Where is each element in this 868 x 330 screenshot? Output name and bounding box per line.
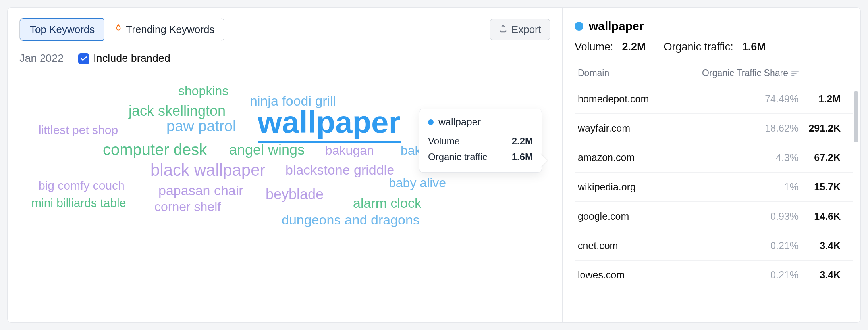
tooltip-row-value: 1.6M (512, 152, 533, 163)
cloud-word[interactable]: baby alive (389, 176, 446, 190)
table-row[interactable]: amazon.com4.3%67.2K (575, 143, 853, 173)
table-row[interactable]: cnet.com0.21%3.4K (575, 231, 853, 261)
cloud-word[interactable]: computer desk (103, 141, 207, 159)
table-row[interactable]: google.com0.93%14.6K (575, 202, 853, 231)
tooltip-title: wallpaper (438, 116, 481, 128)
tooltip-row-label: Organic traffic (428, 152, 487, 163)
cloud-word[interactable]: alarm clock (353, 196, 421, 211)
flame-icon (114, 23, 123, 36)
cell-domain: homedepot.com (575, 93, 682, 105)
cell-domain: amazon.com (575, 152, 682, 163)
dot-icon (428, 119, 434, 125)
divider (655, 40, 655, 54)
right-panel: wallpaper Volume: 2.2M Organic traffic: … (563, 8, 860, 322)
selected-keyword: wallpaper (575, 19, 853, 33)
metrics-row: Volume: 2.2M Organic traffic: 1.6M (575, 40, 853, 54)
table-row[interactable]: homedepot.com74.49%1.2M (575, 84, 853, 114)
table-body[interactable]: homedepot.com74.49%1.2Mwayfair.com18.62%… (575, 84, 853, 318)
table-row[interactable]: lowes.com0.21%3.4K (575, 261, 853, 290)
cloud-word[interactable]: corner shelf (154, 200, 221, 214)
date-label: Jan 2022 (19, 52, 64, 65)
cell-share: 0.21% (682, 240, 801, 251)
checkbox-checked-icon (78, 53, 89, 64)
cell-domain: cnet.com (575, 240, 682, 251)
tab-group: Top Keywords Trending Keywords (19, 18, 224, 41)
table-row[interactable]: wayfair.com18.62%291.2K (575, 114, 853, 143)
cell-value: 15.7K (801, 181, 853, 193)
organic-label: Organic traffic: (664, 41, 733, 53)
svg-rect-0 (791, 71, 799, 72)
svg-rect-1 (791, 73, 796, 74)
tooltip-title-row: wallpaper (428, 116, 533, 128)
tab-label: Top Keywords (30, 23, 95, 36)
volume-label: Volume: (575, 41, 613, 53)
dot-icon (575, 22, 583, 31)
export-label: Export (511, 23, 541, 36)
cell-value: 291.2K (801, 123, 853, 134)
cloud-word[interactable]: shopkins (178, 84, 228, 98)
cell-share: 74.49% (682, 93, 801, 105)
tooltip-row: Organic traffic1.6M (428, 149, 533, 165)
cloud-word[interactable]: littlest pet shop (39, 123, 118, 137)
selected-keyword-text: wallpaper (589, 19, 644, 33)
tooltip-row: Volume2.2M (428, 133, 533, 149)
include-branded-label: Include branded (93, 52, 170, 65)
cloud-word[interactable]: angel wings (229, 142, 305, 158)
cloud-word[interactable]: black wallpaper (150, 161, 266, 180)
cloud-word[interactable]: paw patrol (166, 118, 236, 135)
cloud-word[interactable]: jack skellington (129, 103, 226, 119)
volume-value: 2.2M (622, 41, 646, 53)
col-share-header[interactable]: Organic Traffic Share (682, 68, 801, 79)
include-branded-toggle[interactable]: Include branded (78, 52, 170, 65)
cloud-word[interactable]: mini billiards table (31, 196, 126, 210)
tooltip-row-value: 2.2M (512, 136, 533, 147)
cell-share: 0.93% (682, 211, 801, 222)
keyword-tooltip: wallpaper Volume2.2MOrganic traffic1.6M (419, 109, 542, 173)
cell-value: 3.4K (801, 269, 853, 281)
export-icon (499, 23, 507, 36)
cell-value: 14.6K (801, 211, 853, 222)
cloud-word[interactable]: beyblade (266, 186, 324, 203)
top-controls: Top Keywords Trending Keywords (19, 18, 550, 41)
filter-row: Jan 2022 Include branded (19, 52, 550, 65)
cloud-word[interactable]: bakugan (325, 143, 374, 158)
divider (71, 53, 71, 65)
cell-domain: wayfair.com (575, 123, 682, 134)
tooltip-row-label: Volume (428, 136, 460, 147)
cell-value: 3.4K (801, 240, 853, 251)
cloud-word[interactable]: dungeons and dragons (282, 212, 420, 228)
cell-share: 4.3% (682, 152, 801, 163)
cloud-word[interactable]: blackstone griddle (285, 162, 394, 178)
cell-value: 67.2K (801, 152, 853, 163)
svg-rect-2 (791, 75, 794, 76)
cloud-word[interactable]: big comfy couch (39, 179, 125, 192)
export-button[interactable]: Export (490, 19, 550, 40)
sort-desc-icon (791, 71, 799, 76)
col-share-label: Organic Traffic Share (702, 68, 788, 79)
cloud-word[interactable]: papasan chair (158, 183, 243, 198)
cell-share: 1% (682, 181, 801, 193)
table-header: Domain Organic Traffic Share (575, 64, 853, 84)
cell-value: 1.2M (801, 93, 853, 105)
tab-label: Trending Keywords (126, 23, 214, 36)
tab-trending-keywords[interactable]: Trending Keywords (104, 18, 224, 41)
keywords-card: Top Keywords Trending Keywords (7, 7, 861, 323)
col-domain-header[interactable]: Domain (575, 68, 682, 79)
table-row[interactable]: wikipedia.org1%15.7K (575, 173, 853, 202)
tab-top-keywords[interactable]: Top Keywords (19, 18, 105, 41)
cell-domain: wikipedia.org (575, 181, 682, 193)
cloud-word[interactable]: wallpaper (258, 104, 401, 143)
cell-domain: google.com (575, 211, 682, 222)
left-panel: Top Keywords Trending Keywords (8, 8, 563, 322)
cell-domain: lowes.com (575, 269, 682, 281)
cell-share: 0.21% (682, 269, 801, 281)
organic-value: 1.6M (742, 41, 766, 53)
cell-share: 18.62% (682, 123, 801, 134)
